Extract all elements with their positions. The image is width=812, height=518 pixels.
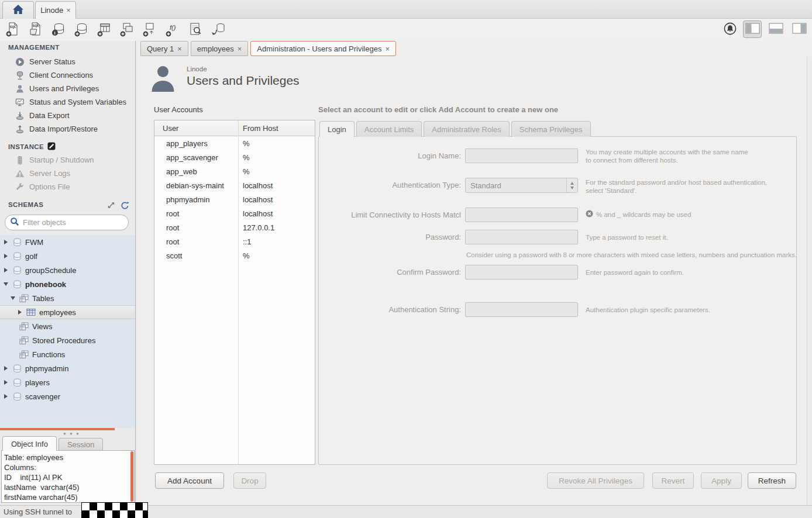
schema-filter-input[interactable]: [23, 218, 116, 227]
new-table-icon[interactable]: [96, 20, 112, 38]
tree-node-players[interactable]: players: [0, 375, 136, 389]
main-area: Query 1×employees×Administration - Users…: [136, 41, 812, 505]
editor-tab-administrative-roles[interactable]: Administrative Roles: [424, 121, 510, 137]
apply-button[interactable]: Apply: [701, 472, 742, 489]
close-icon[interactable]: ×: [385, 44, 390, 53]
confirm-password-input[interactable]: [465, 265, 578, 279]
expand-arrow-icon[interactable]: [3, 268, 9, 272]
sidebar-item-data-export[interactable]: Data Export: [0, 109, 135, 122]
document-tab-administration-users-and-privileges[interactable]: Administration - Users and Privileges×: [250, 41, 396, 56]
auth-type-spinner-icon[interactable]: [566, 178, 577, 192]
expand-icon[interactable]: [107, 201, 115, 212]
account-row-root-127-0-0-1[interactable]: root127.0.0.1: [154, 220, 315, 234]
close-icon[interactable]: ×: [238, 44, 242, 53]
tree-node-fwm[interactable]: FWM: [0, 235, 136, 249]
tree-node-groupschedule[interactable]: groupSchedule: [0, 263, 136, 277]
tree-node-employees[interactable]: employees: [0, 305, 136, 319]
account-row-phpmyadmin-localhost[interactable]: phpmyadminlocalhost: [154, 192, 315, 206]
expand-arrow-icon[interactable]: [3, 366, 9, 371]
sidebar-item-status-and-system-variables[interactable]: Status and System Variables: [0, 95, 135, 109]
limit-hosts-input[interactable]: [465, 208, 578, 222]
tab-object-info[interactable]: Object Info: [2, 436, 57, 451]
tree-node-stored-procedures[interactable]: Stored Procedures: [0, 333, 136, 347]
expand-arrow-icon[interactable]: [3, 254, 9, 258]
document-tab-query-1[interactable]: Query 1×: [140, 41, 188, 56]
search-icon: [10, 217, 19, 228]
table-icon: [26, 308, 36, 316]
sidebar-item-server-status[interactable]: Server Status: [0, 55, 135, 68]
account-row-app-scavenger[interactable]: app_scavenger%: [154, 150, 315, 164]
object-info-scrollbar[interactable]: [130, 451, 133, 502]
sidebar-item-options-file[interactable]: Options File: [0, 180, 135, 194]
toggle-bottom-panel-button[interactable]: [766, 20, 785, 38]
editor-prompt: Select an account to edit or click Add A…: [318, 105, 558, 114]
new-sql-tab-icon[interactable]: SQL: [5, 20, 21, 38]
client-connections-icon: [15, 71, 25, 80]
open-sql-file-icon[interactable]: SQL: [27, 20, 44, 38]
tree-node-phonebook[interactable]: phonebook: [0, 277, 136, 291]
column-header-user[interactable]: User: [154, 124, 238, 133]
refresh-schemas-icon[interactable]: [121, 201, 129, 212]
tab-session[interactable]: Session: [59, 438, 103, 451]
toggle-sidebar-panel-button[interactable]: [743, 20, 762, 38]
svg-text:i: i: [54, 30, 56, 36]
new-function-icon[interactable]: f(): [164, 20, 181, 38]
svg-text:SQL: SQL: [10, 25, 17, 29]
search-data-icon[interactable]: [187, 20, 204, 38]
connection-tab-close-icon[interactable]: ×: [66, 6, 71, 15]
tree-node-phpmyadmin[interactable]: phpmyadmin: [0, 361, 136, 375]
password-input[interactable]: [465, 230, 578, 244]
sidebar-item-startup-shutdown[interactable]: Startup / Shutdown: [0, 153, 135, 167]
close-icon[interactable]: ×: [177, 44, 182, 53]
toggle-secondary-sidebar-button[interactable]: [790, 20, 808, 38]
editor-tab-schema-privileges[interactable]: Schema Privileges: [511, 121, 591, 137]
expand-arrow-icon[interactable]: [3, 394, 9, 399]
sidebar-item-client-connections[interactable]: Client Connections: [0, 68, 135, 82]
editor-tab-account-limits[interactable]: Account Limits: [356, 121, 422, 137]
tree-node-views[interactable]: Views: [0, 319, 136, 333]
tree-node-golf[interactable]: golf: [0, 249, 136, 263]
refresh-button[interactable]: Refresh: [748, 472, 796, 489]
collapse-arrow-icon[interactable]: [3, 282, 9, 286]
revert-button[interactable]: Revert: [652, 472, 694, 489]
new-view-icon[interactable]: [119, 20, 135, 38]
auth-type-select[interactable]: Standard: [465, 178, 578, 193]
expand-arrow-icon[interactable]: [3, 240, 9, 244]
account-row-root-1[interactable]: root::1: [154, 234, 315, 248]
new-schema-icon[interactable]: [73, 20, 90, 38]
sidebar-item-server-logs[interactable]: Server Logs: [0, 167, 135, 180]
document-tab-employees[interactable]: employees×: [191, 41, 248, 56]
notification-icon[interactable]: [722, 20, 738, 38]
tree-node-tables[interactable]: Tables: [0, 291, 136, 305]
add-account-button[interactable]: Add Account: [155, 472, 224, 489]
account-row-app-web[interactable]: app_web%: [154, 164, 315, 178]
account-row-scott[interactable]: scott%: [154, 248, 315, 263]
home-tab[interactable]: [2, 1, 34, 19]
reconnect-db-icon[interactable]: [210, 20, 226, 38]
login-name-input[interactable]: [465, 149, 578, 163]
collapse-arrow-icon[interactable]: [10, 296, 16, 300]
sidebar-item-data-import-restore[interactable]: Data Import/Restore: [0, 122, 135, 136]
expand-arrow-icon[interactable]: [17, 310, 23, 315]
auth-string-input[interactable]: [465, 302, 578, 317]
new-procedure-icon[interactable]: [142, 20, 158, 38]
revoke-all-privileges-button[interactable]: Revoke All Privileges: [547, 472, 644, 489]
tree-node-functions[interactable]: Functions: [0, 347, 136, 361]
editor-tab-login[interactable]: Login: [319, 121, 355, 137]
account-row-root-localhost[interactable]: rootlocalhost: [154, 206, 315, 220]
schema-filter[interactable]: [5, 215, 129, 230]
main-scrollbar-track[interactable]: [807, 57, 812, 505]
admin-page-header: Linode Users and Privileges: [150, 64, 300, 94]
connection-tab[interactable]: Linode ×: [35, 1, 76, 19]
tables-icon: [19, 322, 29, 331]
expand-arrow-icon[interactable]: [3, 380, 9, 385]
sidebar-item-users-and-privileges[interactable]: Users and Privileges: [0, 82, 135, 95]
account-row-debian-sys-maint-localhost[interactable]: debian-sys-maintlocalhost: [154, 178, 315, 192]
column-header-from-host[interactable]: From Host: [238, 124, 278, 133]
account-row-app-players[interactable]: app_players%: [154, 136, 315, 150]
db-info-icon[interactable]: i: [50, 20, 67, 38]
tree-node-scavenger[interactable]: scavenger: [0, 389, 136, 403]
data-export-icon: [15, 111, 25, 120]
drop-button[interactable]: Drop: [233, 472, 266, 489]
splitter-handle[interactable]: ● ● ●: [63, 431, 80, 436]
